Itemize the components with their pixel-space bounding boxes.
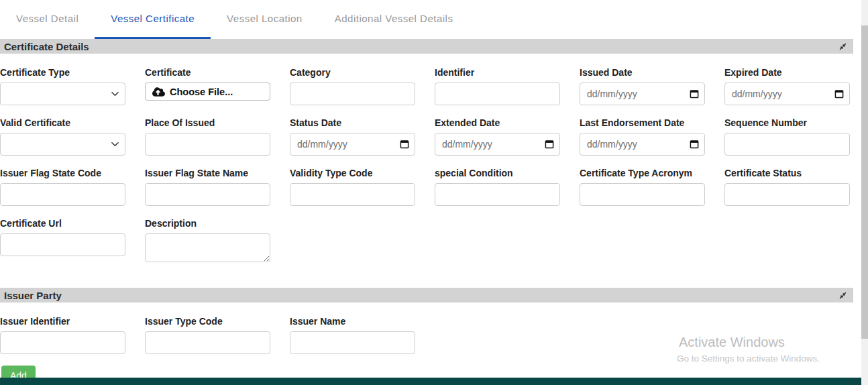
field-issuer-type-code: Issuer Type Code (145, 315, 270, 354)
field-label-identifier: Identifier (435, 66, 560, 78)
tab-additional-vessel-details[interactable]: Additional Vessel Details (319, 0, 470, 39)
field-label-issuer-type-code: Issuer Type Code (145, 315, 270, 327)
field-label-extended-date: Extended Date (435, 117, 560, 129)
calendar-icon[interactable] (834, 89, 844, 99)
collapse-icon[interactable] (839, 292, 847, 299)
certificate-status-input[interactable] (724, 183, 850, 206)
calendar-icon[interactable] (690, 89, 699, 99)
issuer-flag-state-code-input[interactable] (0, 183, 125, 206)
field-label-validity-type-code: Validity Type Code (290, 167, 415, 179)
field-extended-date: Extended Date (435, 117, 560, 156)
field-certificate-type: Certificate Type (0, 66, 125, 105)
identifier-input[interactable] (435, 82, 560, 105)
collapse-icon[interactable] (839, 43, 847, 50)
issuer-party-title: Issuer Party (4, 290, 62, 301)
field-label-certificate-status: Certificate Status (724, 167, 850, 179)
issuer-identifier-input[interactable] (0, 331, 125, 354)
field-issuer-flag-state-name: Issuer Flag State Name (145, 167, 270, 206)
calendar-icon[interactable] (690, 140, 699, 149)
field-place-of-issued: Place Of Issued (145, 117, 270, 156)
place-of-issued-input[interactable] (145, 133, 270, 156)
status-date-input[interactable] (290, 133, 415, 156)
field-label-description: Description (145, 217, 270, 229)
field-certificate: CertificateChoose File... (145, 66, 270, 105)
special-condition-input[interactable] (435, 183, 560, 206)
field-issuer-flag-state-code: Issuer Flag State Code (0, 167, 125, 206)
vessel-certificate-page: Vessel DetailVessel CertificateVessel Lo… (0, 0, 861, 385)
field-validity-type-code: Validity Type Code (290, 167, 415, 206)
field-label-expired-date: Expired Date (724, 66, 850, 78)
certificate-url-input[interactable] (0, 233, 125, 256)
field-label-certificate-type: Certificate Type (0, 66, 125, 78)
issuer-name-input[interactable] (290, 331, 415, 354)
field-label-certificate-url: Certificate Url (0, 217, 125, 229)
field-description: Description (145, 217, 270, 265)
field-label-valid-certificate: Valid Certificate (0, 117, 125, 129)
field-label-issued-date: Issued Date (580, 66, 705, 78)
field-label-special-condition: special Condition (435, 167, 560, 179)
issuer-party-section-bar: Issuer Party (0, 288, 853, 302)
field-label-category: Category (290, 66, 415, 78)
field-label-certificate-type-acronym: Certificate Type Acronym (580, 167, 705, 179)
expired-date-input[interactable] (724, 82, 850, 105)
field-certificate-url: Certificate Url (0, 217, 125, 265)
field-label-status-date: Status Date (290, 117, 415, 129)
last-endorsement-date-input[interactable] (580, 133, 705, 156)
certificate-type-acronym-input[interactable] (580, 183, 705, 206)
certificate-type-select[interactable] (0, 82, 125, 105)
field-status-date: Status Date (290, 117, 415, 156)
tab-vessel-detail[interactable]: Vessel Detail (0, 0, 95, 39)
cloud-upload-icon (152, 87, 165, 97)
validity-type-code-input[interactable] (290, 183, 415, 206)
field-issuer-identifier: Issuer Identifier (0, 315, 125, 354)
vertical-scrollbar-thumb[interactable] (861, 25, 868, 339)
field-expired-date: Expired Date (724, 66, 850, 105)
certificate-file-button[interactable]: Choose File... (145, 82, 270, 101)
field-issued-date: Issued Date (580, 66, 705, 105)
file-button-label: Choose File... (170, 87, 233, 97)
issued-date-input[interactable] (580, 82, 705, 105)
field-label-issuer-flag-state-name: Issuer Flag State Name (145, 167, 270, 179)
field-label-issuer-identifier: Issuer Identifier (0, 315, 125, 327)
certificate-details-fields: Certificate TypeCertificateChoose File..… (0, 54, 853, 276)
activate-windows-watermark-subtitle: Go to Settings to activate Windows. (677, 353, 820, 364)
tab-vessel-location[interactable]: Vessel Location (211, 0, 319, 39)
valid-certificate-select[interactable] (0, 133, 125, 156)
activate-windows-watermark: Activate Windows (679, 335, 785, 350)
certificate-details-section-bar: Certificate Details (0, 39, 853, 54)
tab-bar: Vessel DetailVessel CertificateVessel Lo… (0, 0, 861, 39)
description-textarea[interactable] (145, 233, 270, 262)
field-issuer-name: Issuer Name (290, 315, 415, 354)
calendar-icon[interactable] (400, 140, 409, 149)
field-certificate-status: Certificate Status (724, 167, 850, 206)
field-label-last-endorsement-date: Last Endorsement Date (580, 117, 705, 129)
vertical-scrollbar-track[interactable] (861, 0, 868, 385)
issuer-type-code-input[interactable] (145, 331, 270, 354)
field-valid-certificate: Valid Certificate (0, 117, 125, 156)
issuer-flag-state-name-input[interactable] (145, 183, 270, 206)
field-label-certificate: Certificate (145, 66, 270, 78)
field-certificate-type-acronym: Certificate Type Acronym (580, 167, 705, 206)
certificate-details-title: Certificate Details (4, 41, 89, 52)
field-last-endorsement-date: Last Endorsement Date (580, 117, 705, 156)
field-special-condition: special Condition (435, 167, 560, 206)
field-label-issuer-name: Issuer Name (290, 315, 415, 327)
field-label-sequence-number: Sequence Number (724, 117, 850, 129)
extended-date-input[interactable] (435, 133, 560, 156)
sequence-number-input[interactable] (724, 133, 850, 156)
calendar-icon[interactable] (545, 140, 554, 149)
field-category: Category (290, 66, 415, 105)
footer-bar (0, 378, 861, 385)
field-label-issuer-flag-state-code: Issuer Flag State Code (0, 167, 125, 179)
tab-vessel-certificate[interactable]: Vessel Certificate (95, 0, 211, 39)
field-label-place-of-issued: Place Of Issued (145, 117, 270, 129)
field-sequence-number: Sequence Number (724, 117, 850, 156)
field-identifier: Identifier (435, 66, 560, 105)
category-input[interactable] (290, 82, 415, 105)
